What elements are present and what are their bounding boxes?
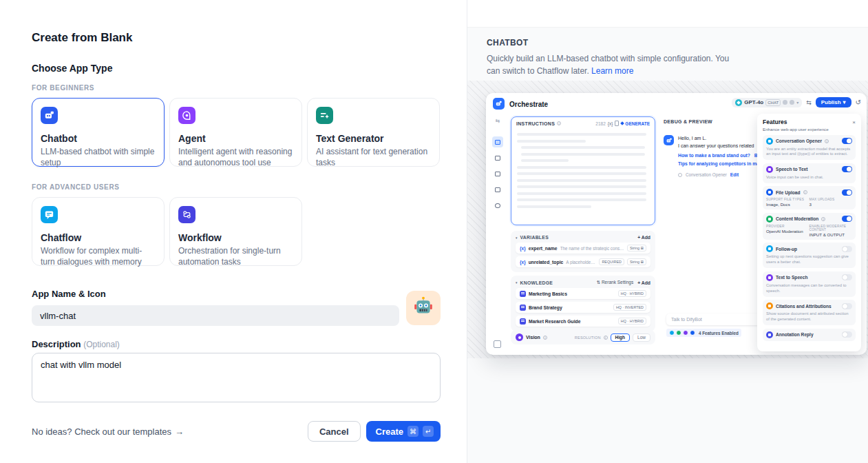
feature-dot-icon [669,330,675,336]
card-title: Chatflow [41,232,156,243]
variable-row: {x} expert_name The name of the strategi… [516,243,650,254]
card-desc: AI assistant for text generation tasks [316,147,431,169]
feature-item: Annotation Reply [763,329,856,341]
knowledge-row: Marketing Basics HQ · HYBRID [516,288,650,299]
variable-desc: A placeholder for topics... [566,260,596,265]
page-title: Create from Blank [32,31,441,45]
swap-icon: ⇆ [806,99,812,106]
resolution-high-chip: High [611,333,630,342]
feature-item: Conversation Opener i You are an entity … [763,135,856,161]
choose-app-type-heading: Choose App Type [32,63,441,74]
features-panel: Features × Enhance web-app user experien… [757,114,861,351]
meta-value: 3 [809,202,853,207]
card-title: Workflow [178,232,293,243]
collapse-icon: ⇆ [496,118,500,124]
feature-toggle [842,138,852,144]
chevron-down-icon: ▾ [796,100,798,105]
card-title: Agent [178,133,293,144]
dataset-tag: HQ · HYBRID [618,318,646,325]
clipboard-icon [615,121,619,126]
preview-publish-button: Publish ▾ [816,97,851,107]
feature-name: Annotation Reply [776,332,814,337]
app-type-card-agent[interactable]: Agent Intelligent agent with reasoning a… [169,98,302,167]
variable-token-icon: {x} [608,121,613,126]
dataset-icon [520,318,526,325]
feature-desc: You are an entity extraction model that … [766,147,852,158]
follow-up-icon [766,245,773,252]
feature-item: Speech to Text Voice input can be used i… [763,163,856,183]
learn-more-link[interactable]: Learn more [591,66,633,76]
app-name-input[interactable] [32,305,399,326]
suggestion-link: Tips for analyzing competitors in market [678,161,768,166]
file-upload-icon [766,189,773,196]
info-icon: i [821,217,825,221]
card-desc: Intelligent agent with reasoning and aut… [178,147,293,169]
publish-label: Publish [821,99,841,105]
app-type-preview-panel: CHATBOT Quickly build an LLM-based chatb… [467,0,868,463]
cmd-key-icon: ⌘ [407,426,419,437]
generate-button: GENERATE [621,121,650,126]
monitor-icon [492,136,503,147]
info-icon: i [604,336,608,340]
app-type-card-chatbot[interactable]: Chatbot LLM-based chatbot with simple se… [32,98,165,167]
app-type-card-text-generator[interactable]: Text Generator AI assistant for text gen… [307,98,440,167]
app-name-row [32,305,441,326]
dataset-tag: HQ · INVERTED [613,304,646,311]
document-icon [492,168,503,179]
feature-toggle [842,216,852,222]
preview-heading: CHATBOT [487,38,849,48]
feature-toggle [842,166,852,172]
app-type-card-workflow[interactable]: Workflow Orchestration for single-turn a… [169,197,302,266]
meta-label: ENABLED MODERATE CONTENT [809,225,853,232]
image-icon [492,152,503,163]
sparkle-icon [621,121,625,125]
beginner-cards-row: Chatbot LLM-based chatbot with simple se… [32,98,441,167]
resolution-label: RESOLUTION [575,336,601,340]
model-provider-icon [735,99,742,106]
card-title: Chatbot [41,133,156,144]
create-app-page: Create from Blank Choose App Type FOR BE… [0,0,868,463]
variables-panel: ▾ VARIABLES + Add {x} expert_name The na… [511,231,655,272]
feature-name: Citations and Attributions [776,304,832,309]
feature-desc: Setting up next questions suggestion can… [766,254,852,265]
feature-desc: Voice input can be used in chat. [766,175,852,181]
variables-title: VARIABLES [520,235,549,240]
dataset-name: Brand Strategy [529,305,562,310]
variable-desc: The name of the strategic consulting... [560,246,624,251]
meta-value: INPUT & OUTPUT [809,232,853,237]
features-enabled-row: 4 Features Enabled [666,329,741,337]
dataset-icon [520,305,526,311]
description-textarea[interactable]: chat with vllm model [32,353,441,402]
text-to-speech-icon [766,274,773,281]
create-from-blank-panel: Create from Blank Choose App Type FOR BE… [0,0,467,463]
app-type-card-chatflow[interactable]: Chatflow Workflow for complex multi-turn… [32,197,165,266]
workflow-icon [178,206,195,223]
create-button[interactable]: Create ⌘ ↵ [366,421,441,442]
chatflow-icon [41,206,58,223]
feature-item: Citations and Attributions Show source d… [763,300,856,325]
description-optional-text: (Optional) [83,340,120,349]
variables-header: ▾ VARIABLES + Add [516,235,650,240]
description-label: Description (Optional) [32,339,441,349]
app-icon-picker[interactable] [406,291,441,325]
info-icon: i [803,190,807,194]
for-beginners-label: FOR BEGINNERS [32,84,441,92]
preview-header-right: GPT-4o CHAT ▾ ⇆ Publish ▾ ↺ [732,97,861,107]
dataset-name: Marketing Basics [529,291,567,296]
cancel-button[interactable]: Cancel [308,421,361,442]
top-strip [467,0,868,28]
templates-link[interactable]: No ideas? Check out our templates → [32,426,184,437]
app-name-label: App Name & Icon [32,289,441,299]
feature-item: Text to Speech Conversation messages can… [763,271,856,297]
preview-description: Quickly build an LLM-based chatbot with … [487,52,743,77]
feature-item: Content Moderation i PROVIDER OpenAI Mod… [763,213,856,240]
feature-name: Speech to Text [776,167,807,172]
knowledge-title: KNOWLEDGE [520,280,553,285]
add-variable-button: + Add [637,235,650,240]
variable-name: expert_name [529,246,558,251]
variable-token-icon: {x} [520,260,526,265]
vision-eye-icon [516,333,523,341]
features-subtitle: Enhance web-app user experience [763,127,856,132]
card-desc: Orchestration for single-turn automation… [178,246,293,268]
note-icon [492,184,503,195]
